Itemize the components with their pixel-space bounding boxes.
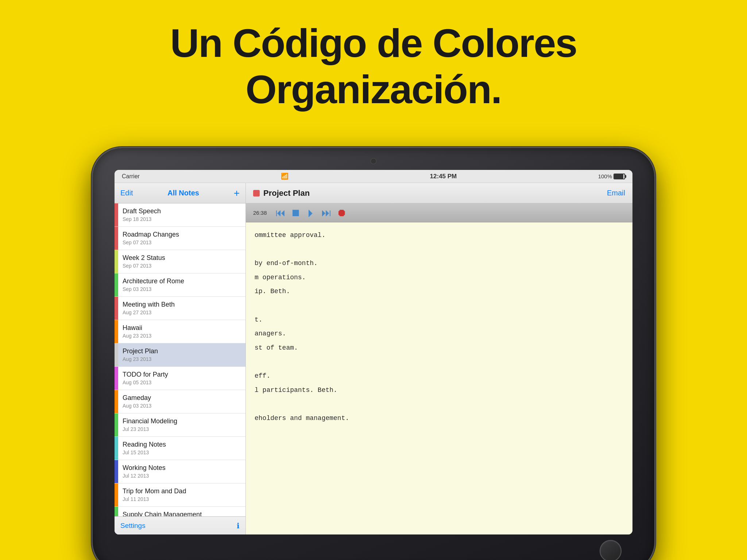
notes-list-title: All Notes (167, 189, 199, 197)
note-item-title: Meeting with Beth (123, 300, 241, 309)
play-button[interactable]: ⏵ (306, 208, 316, 218)
home-button[interactable] (600, 540, 622, 560)
note-color-bar (115, 273, 118, 296)
note-info: Week 2 Status Sep 07 2013 (118, 250, 245, 273)
audio-controls: ⏮ ⏹ ⏵ ⏭ ⏺ (275, 208, 347, 218)
app-screen: Carrier 📶 12:45 PM 100% (115, 170, 632, 534)
battery-icon (614, 174, 625, 179)
note-item-title: Roadmap Changes (123, 230, 241, 239)
note-content-line: l participants. Beth. (255, 385, 624, 396)
note-info: Supply Chain Management Jul 07 2013 (118, 507, 245, 516)
note-item-title: Gameday (123, 394, 241, 402)
note-item-title: Financial Modeling (123, 417, 241, 425)
note-item-date: Aug 27 2013 (123, 310, 241, 315)
note-info: Working Notes Jul 12 2013 (118, 460, 245, 483)
note-color-bar (115, 250, 118, 273)
note-list-item[interactable]: Roadmap Changes Sep 07 2013 (115, 227, 245, 250)
front-camera (370, 158, 377, 164)
note-list-item[interactable]: Gameday Aug 03 2013 (115, 390, 245, 413)
edit-button[interactable]: Edit (120, 189, 133, 197)
note-color-bar (115, 437, 118, 460)
fast-forward-button[interactable]: ⏭ (321, 208, 332, 218)
note-list-item[interactable]: Meeting with Beth Aug 27 2013 (115, 297, 245, 320)
info-button[interactable]: ℹ (237, 521, 240, 530)
heading-line1: Un Código de Colores (170, 20, 577, 65)
ipad-device: Carrier 📶 12:45 PM 100% (93, 148, 654, 560)
notes-list: Draft Speech Sep 18 2013 Roadmap Changes… (115, 203, 245, 516)
note-info: Draft Speech Sep 18 2013 (118, 203, 245, 226)
audio-player: 26:38 ⏮ ⏹ ⏵ ⏭ ⏺ (246, 203, 632, 222)
note-content-line: t. (255, 314, 624, 326)
stop-button[interactable]: ⏹ (291, 208, 301, 218)
note-info: Trip for Mom and Dad Jul 11 2013 (118, 483, 245, 506)
note-content-line (255, 300, 624, 311)
note-detail-title: Project Plan (263, 188, 310, 198)
note-item-date: Jul 15 2013 (123, 450, 241, 455)
note-info: Reading Notes Jul 15 2013 (118, 437, 245, 460)
note-list-item[interactable]: Week 2 Status Sep 07 2013 (115, 250, 245, 273)
notes-bottom-bar: Settings ℹ (115, 516, 245, 534)
add-note-button[interactable]: + (234, 187, 240, 199)
note-list-item[interactable]: Project Plan Aug 23 2013 (115, 343, 245, 367)
note-content-line (255, 356, 624, 368)
note-item-title: Week 2 Status (123, 254, 241, 262)
note-list-item[interactable]: Architecture of Rome Sep 03 2013 (115, 273, 245, 297)
note-item-date: Jul 11 2013 (123, 496, 241, 502)
note-item-date: Jul 23 2013 (123, 426, 241, 432)
note-item-date: Sep 03 2013 (123, 286, 241, 292)
note-title-area: Project Plan (253, 188, 310, 198)
note-info: Roadmap Changes Sep 07 2013 (118, 227, 245, 250)
note-item-title: Project Plan (123, 347, 241, 355)
notes-list-panel: Edit All Notes + Draft Speech Sep 18 201… (115, 183, 246, 534)
note-item-date: Jul 12 2013 (123, 473, 241, 479)
rewind-button[interactable]: ⏮ (275, 208, 286, 218)
note-color-bar (115, 507, 118, 516)
note-item-date: Aug 23 2013 (123, 356, 241, 362)
note-info: Hawaii Aug 23 2013 (118, 320, 245, 343)
note-item-title: Reading Notes (123, 440, 241, 449)
note-item-date: Sep 07 2013 (123, 240, 241, 245)
note-list-item[interactable]: Draft Speech Sep 18 2013 (115, 203, 245, 227)
page-heading: Un Código de Colores Organización. (0, 0, 747, 112)
note-list-item[interactable]: Trip for Mom and Dad Jul 11 2013 (115, 483, 245, 507)
note-color-bar (115, 343, 118, 366)
note-content-line (255, 244, 624, 255)
app-area: Edit All Notes + Draft Speech Sep 18 201… (115, 183, 632, 534)
record-button[interactable]: ⏺ (337, 208, 347, 218)
carrier-label: Carrier (122, 173, 140, 180)
note-color-indicator (253, 190, 260, 197)
note-list-item[interactable]: Working Notes Jul 12 2013 (115, 460, 245, 483)
note-item-date: Aug 23 2013 (123, 333, 241, 339)
note-list-item[interactable]: Reading Notes Jul 15 2013 (115, 437, 245, 460)
note-detail-toolbar: Project Plan Email (246, 183, 632, 203)
note-content-line: ip. Beth. (255, 286, 624, 297)
note-content-line: m operations. (255, 272, 624, 283)
email-button[interactable]: Email (607, 189, 625, 197)
note-info: Financial Modeling Jul 23 2013 (118, 413, 245, 436)
note-content-line: eff. (255, 370, 624, 382)
status-time: 12:45 PM (430, 173, 457, 180)
note-color-bar (115, 227, 118, 250)
note-content-line (255, 398, 624, 410)
note-color-bar (115, 320, 118, 343)
note-item-title: Draft Speech (123, 207, 241, 215)
note-content-line: anagers. (255, 328, 624, 339)
note-list-item[interactable]: Financial Modeling Jul 23 2013 (115, 413, 245, 437)
note-color-bar (115, 297, 118, 320)
notes-toolbar: Edit All Notes + (115, 183, 245, 203)
battery-pct: 100% (598, 173, 612, 179)
note-info: TODO for Party Aug 05 2013 (118, 367, 245, 390)
note-list-item[interactable]: TODO for Party Aug 05 2013 (115, 367, 245, 390)
note-color-bar (115, 413, 118, 436)
note-info: Architecture of Rome Sep 03 2013 (118, 273, 245, 296)
note-content-line: by end-of-month. (255, 258, 624, 269)
settings-button[interactable]: Settings (120, 522, 146, 530)
ipad-screen: Carrier 📶 12:45 PM 100% (115, 170, 632, 534)
note-item-date: Sep 07 2013 (123, 263, 241, 269)
note-list-item[interactable]: Hawaii Aug 23 2013 (115, 320, 245, 343)
battery-indicator: 100% (598, 173, 625, 179)
note-item-date: Aug 03 2013 (123, 403, 241, 409)
note-detail-panel: Project Plan Email 26:38 ⏮ ⏹ ⏵ ⏭ (246, 183, 632, 534)
note-list-item[interactable]: Supply Chain Management Jul 07 2013 (115, 507, 245, 516)
note-item-title: Supply Chain Management (123, 510, 241, 516)
